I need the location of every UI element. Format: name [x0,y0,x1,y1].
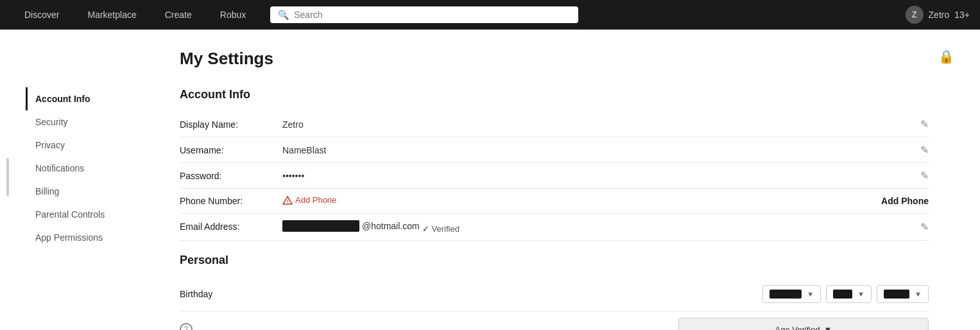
month-chevron-icon: ▼ [807,290,814,298]
nav-robux[interactable]: Robux [206,0,260,30]
password-edit-icon[interactable]: ✎ [920,169,929,182]
birthday-year-select[interactable]: ▼ [877,285,929,303]
sidebar-item-parental-controls[interactable]: Parental Controls [26,203,154,226]
email-label: Email Address: [180,221,282,232]
display-name-edit-icon[interactable]: ✎ [920,118,929,130]
username-label-field: Username: [180,145,282,155]
day-redact [833,290,852,299]
phone-warning[interactable]: ! Add Phone [282,195,336,205]
phone-row: Phone Number: ! Add Phone Add Phone [180,189,929,214]
phone-value: ! Add Phone [282,195,881,207]
username-action: ✎ [920,144,929,156]
sidebar-item-security[interactable]: Security [26,110,154,134]
age-verified-label: Age Verified [775,325,820,331]
birthday-row: Birthday ▼ ▼ ▼ [180,277,929,311]
birthday-day-select[interactable]: ▼ [826,285,872,303]
question-icon[interactable]: ? [180,323,193,330]
password-row: Password: ••••••• ✎ [180,163,929,189]
personal-title: Personal [180,254,929,267]
age-verified-button[interactable]: Age Verified ▼ [678,318,929,331]
year-redact [884,290,909,299]
email-domain: @hotmail.com [362,221,420,231]
birthday-selects: ▼ ▼ ▼ [762,285,929,303]
search-input[interactable] [294,10,571,20]
display-name-row: Display Name: Zetro ✎ [180,112,929,137]
username-value: NameBlast [282,145,920,155]
phone-label: Phone Number: [180,196,282,206]
add-phone-link[interactable]: Add Phone [295,195,336,205]
lock-icon-container: 🔒 [938,49,954,64]
display-name-action: ✎ [920,118,929,130]
search-icon: 🔍 [278,10,289,20]
personal-section: Personal Birthday ▼ ▼ ▼ [180,254,929,331]
month-redact [769,290,802,299]
sidebar: Account Info Security Privacy Notificati… [26,49,154,330]
account-info-title: Account Info [180,88,929,101]
birthday-month-select[interactable]: ▼ [762,285,821,303]
display-name-label: Display Name: [180,119,282,130]
password-action: ✎ [920,169,929,182]
nav-discover[interactable]: Discover [10,0,73,30]
avatar: Z [906,6,924,24]
username-label: Zetro [929,10,950,20]
age-verified-chevron-icon: ▼ [824,325,832,331]
sidebar-item-privacy[interactable]: Privacy [26,134,154,157]
page-container: Account Info Security Privacy Notificati… [0,30,980,330]
nav-create[interactable]: Create [151,0,206,30]
search-container: 🔍 [270,6,895,23]
email-value: @hotmail.com ✓ Verified [282,220,920,234]
email-masked: @hotmail.com [282,220,420,232]
password-value: ••••••• [282,171,920,181]
search-box: 🔍 [270,6,578,23]
email-row: Email Address: @hotmail.com ✓ Verified ✎ [180,214,929,241]
age-verified-row: ? Age Verified ▼ [180,311,929,331]
day-chevron-icon: ▼ [857,290,864,298]
year-chevron-icon: ▼ [915,290,922,298]
sidebar-item-billing[interactable]: Billing [26,180,154,203]
add-phone-button[interactable]: Add Phone [881,196,929,206]
user-menu[interactable]: Z Zetro 13+ [906,6,970,24]
username-row: Username: NameBlast ✎ [180,137,929,163]
email-redact-bar [282,220,359,232]
top-navigation: Discover Marketplace Create Robux 🔍 Z Ze… [0,0,980,30]
verified-badge: ✓ Verified [422,224,460,234]
lock-icon: 🔒 [938,49,954,64]
svg-text:!: ! [287,198,289,204]
age-badge: 13+ [954,10,970,20]
sidebar-item-account-info[interactable]: Account Info [26,87,154,110]
email-action: ✎ [920,221,929,233]
username-edit-icon[interactable]: ✎ [920,144,929,156]
email-edit-icon[interactable]: ✎ [920,221,929,233]
warning-triangle-icon: ! [282,196,293,205]
sidebar-item-notifications[interactable]: Notifications [26,157,154,180]
page-title: My Settings [180,49,929,69]
password-label: Password: [180,171,282,181]
birthday-label: Birthday [180,289,282,299]
verified-check-icon: ✓ [422,224,429,234]
phone-action: Add Phone [881,196,929,206]
verified-label: Verified [432,224,460,234]
display-name-value: Zetro [282,119,920,130]
nav-marketplace[interactable]: Marketplace [73,0,150,30]
sidebar-item-app-permissions[interactable]: App Permissions [26,226,154,249]
scrollbar[interactable] [6,158,9,196]
main-content: My Settings 🔒 Account Info Display Name:… [154,49,954,330]
